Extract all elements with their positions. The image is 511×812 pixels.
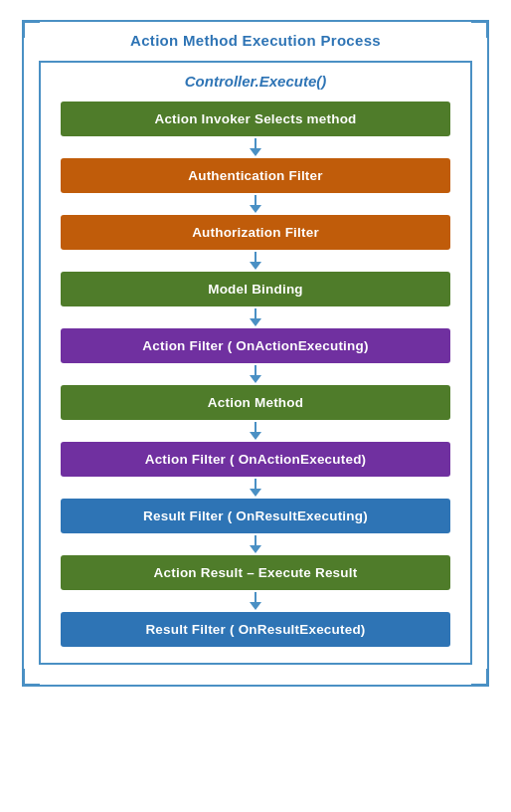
page-title: Action Method Execution Process (39, 32, 472, 49)
corner-bl (22, 669, 40, 687)
arrow-head (250, 602, 261, 610)
arrow-head (250, 205, 261, 213)
arrow-head (250, 545, 261, 553)
arrow-6 (250, 422, 261, 440)
outer-box: Action Method Execution Process Controll… (22, 20, 489, 687)
arrow-line (255, 138, 256, 148)
step-10: Result Filter ( OnResultExecuted) (61, 612, 450, 647)
arrow-line (255, 422, 256, 432)
inner-box: Controller.Execute() Action Invoker Sele… (39, 61, 472, 665)
arrow-line (255, 195, 256, 205)
step-2: Authentication Filter (61, 158, 450, 193)
arrow-line (255, 535, 256, 545)
arrow-head (250, 318, 261, 326)
arrow-line (255, 308, 256, 318)
arrow-7 (250, 479, 261, 497)
arrow-line (255, 479, 256, 489)
step-9: Action Result – Execute Result (61, 555, 450, 590)
corner-tl (22, 20, 40, 38)
arrow-head (250, 148, 261, 156)
step-5: Action Filter ( OnActionExecuting) (61, 328, 450, 363)
arrow-4 (250, 308, 261, 326)
step-7: Action Filter ( OnActionExecuted) (61, 442, 450, 477)
page-container: Action Method Execution Process Controll… (0, 0, 511, 812)
arrow-9 (250, 592, 261, 610)
controller-title: Controller.Execute() (61, 73, 450, 90)
step-8: Result Filter ( OnResultExecuting) (61, 499, 450, 533)
arrow-2 (250, 195, 261, 213)
arrow-line (255, 592, 256, 602)
corner-br (471, 669, 489, 687)
arrow-head (250, 375, 261, 383)
arrow-head (250, 262, 261, 270)
step-3: Authorization Filter (61, 215, 450, 250)
arrow-head (250, 432, 261, 440)
step-1: Action Invoker Selects method (61, 102, 450, 136)
step-6: Action Method (61, 385, 450, 420)
corner-tr (471, 20, 489, 38)
arrow-5 (250, 365, 261, 383)
arrow-3 (250, 252, 261, 270)
arrow-8 (250, 535, 261, 553)
arrow-head (250, 489, 261, 497)
arrow-line (255, 365, 256, 375)
arrow-1 (250, 138, 261, 156)
flow-container: Action Invoker Selects methodAuthenticat… (61, 102, 450, 647)
step-4: Model Binding (61, 272, 450, 306)
arrow-line (255, 252, 256, 262)
